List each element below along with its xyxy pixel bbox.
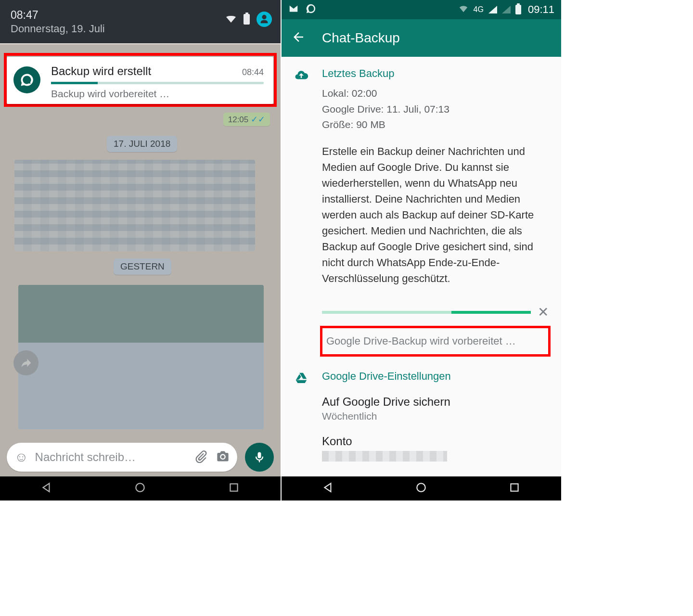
notification-progressbar [51, 82, 264, 84]
nav-back-icon[interactable] [322, 481, 334, 496]
section-last-backup: Letztes Backup Lokal: 02:00 Google Drive… [294, 67, 549, 357]
backup-local-time: Lokal: 02:00 [322, 86, 549, 102]
signal-icon [488, 6, 497, 13]
attachment-icon[interactable] [194, 449, 207, 465]
screen-backup-settings: 4G 09:11 Chat-Backup Letztes Backup Loka… [281, 0, 561, 500]
camera-icon[interactable] [216, 449, 230, 465]
back-button[interactable] [291, 30, 306, 46]
message-input[interactable]: ☺ Nachricht schreib… [7, 443, 237, 472]
backup-size: Größe: 90 MB [322, 117, 549, 133]
battery-icon [244, 14, 250, 25]
notification-time: 08:44 [242, 67, 264, 77]
section-title: Letztes Backup [322, 67, 549, 80]
screen-chat: 08:47 Donnerstag, 19. Juli 12:05 ✓✓ 17. … [0, 0, 281, 500]
setting-backup-frequency[interactable]: Auf Google Drive sichern Wöchentlich [322, 395, 549, 422]
annotation-highlight: Google Drive-Backup wird vorbereitet … [320, 326, 551, 357]
whatsapp-status-icon [306, 3, 316, 16]
svg-rect-3 [511, 484, 518, 491]
battery-icon [515, 5, 521, 14]
android-navbar [282, 476, 561, 500]
nav-recent-icon[interactable] [508, 481, 521, 496]
setting-account[interactable]: Konto [322, 435, 549, 462]
profile-avatar-icon[interactable] [257, 12, 272, 27]
wifi-icon [458, 3, 469, 16]
statusbar-time: 09:11 [528, 3, 554, 16]
mail-icon [288, 3, 299, 16]
gdrive-progressbar [322, 311, 531, 314]
wifi-icon [225, 16, 237, 23]
notification-subtitle: Backup wird vorbereitet … [51, 88, 264, 100]
signal-icon-dim [502, 6, 511, 13]
cancel-backup-button[interactable]: ✕ [538, 306, 549, 319]
backup-notification[interactable]: Backup wird erstellt 08:44 Backup wird v… [7, 57, 273, 104]
chat-background: 12:05 ✓✓ 17. JULI 2018 GESTERN [0, 44, 281, 500]
voice-record-button[interactable] [245, 443, 274, 472]
whatsapp-icon [13, 66, 40, 93]
section-gdrive-settings: Google Drive-Einstellungen Auf Google Dr… [294, 370, 549, 462]
google-drive-icon [294, 370, 309, 462]
cloud-upload-icon [294, 67, 309, 357]
gdrive-progress-status: Google Drive-Backup wird vorbereitet … [326, 335, 516, 347]
notification-title: Backup wird erstellt [51, 64, 151, 78]
appbar-title: Chat-Backup [322, 30, 400, 46]
section-title: Google Drive-Einstellungen [322, 370, 549, 383]
backup-description: Erstelle ein Backup deiner Nachrichten u… [322, 143, 549, 286]
backup-gdrive-time: Google Drive: 11. Juli, 07:13 [322, 102, 549, 117]
android-statusbar: 4G 09:11 [282, 0, 561, 19]
emoji-icon[interactable]: ☺ [14, 449, 28, 465]
svg-point-2 [417, 483, 425, 491]
dim-overlay [0, 44, 281, 500]
notification-shade-header: 08:47 Donnerstag, 19. Juli [0, 0, 281, 43]
appbar: Chat-Backup [282, 19, 561, 57]
redacted-account [322, 451, 447, 462]
nav-home-icon[interactable] [415, 481, 427, 496]
message-placeholder: Nachricht schreib… [35, 450, 185, 464]
network-type: 4G [474, 5, 484, 14]
